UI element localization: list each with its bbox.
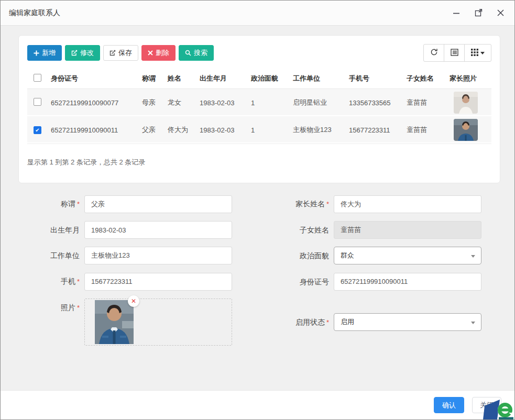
cell-employer: 启明星铝业 bbox=[293, 98, 349, 107]
x-icon bbox=[148, 50, 153, 56]
field-relation: 称谓* bbox=[1, 195, 250, 213]
contact-form: 称谓* 家长姓名* 出生年月 子女姓名 工作单位 政治面貌 群众 bbox=[1, 195, 514, 346]
column-header: 子女姓名 bbox=[407, 74, 450, 83]
table-row[interactable]: 652721199910090077 母亲 龙女 1983-02-03 1 启明… bbox=[27, 89, 491, 116]
field-child-name: 子女姓名 bbox=[250, 221, 514, 239]
table-view-controls bbox=[423, 44, 491, 62]
close-icon[interactable] bbox=[496, 8, 505, 18]
column-header: 称谓 bbox=[142, 74, 168, 83]
search-icon bbox=[185, 50, 191, 56]
minimize-icon[interactable] bbox=[452, 8, 461, 18]
field-label: 政治面貌 bbox=[250, 247, 334, 264]
dialog-body: 新增 修改 保存 删除 搜索 bbox=[1, 26, 514, 390]
save-button[interactable]: 保存 bbox=[103, 45, 138, 61]
columns-grid-icon bbox=[471, 49, 478, 58]
browser-logo-watermark bbox=[483, 397, 514, 419]
column-header: 姓名 bbox=[168, 74, 200, 83]
required-marker: * bbox=[326, 318, 329, 326]
cell-relation: 父亲 bbox=[142, 125, 168, 135]
field-label: 启用状态* bbox=[250, 313, 334, 331]
select-all-checkbox[interactable] bbox=[34, 74, 41, 82]
row-checkbox[interactable] bbox=[34, 98, 41, 106]
list-view-icon bbox=[451, 49, 458, 58]
cell-name: 龙女 bbox=[168, 98, 200, 107]
field-parent-name: 家长姓名* bbox=[250, 195, 514, 213]
man-in-uniform-photo bbox=[95, 300, 134, 344]
dialog-titlebar: 编辑家庭联系人 bbox=[1, 1, 514, 26]
cell-birth-date: 1983-02-03 bbox=[200, 99, 251, 107]
field-label: 子女姓名 bbox=[250, 221, 334, 239]
table-row[interactable]: 652721199910090011 父亲 佟大为 1983-02-03 1 主… bbox=[27, 116, 491, 143]
uploaded-photo: ✕ bbox=[95, 300, 134, 344]
cell-employer: 主板物业123 bbox=[293, 125, 349, 135]
column-header: 手机号 bbox=[349, 74, 407, 83]
remove-photo-icon[interactable]: ✕ bbox=[128, 295, 139, 307]
cell-parent-photo bbox=[450, 116, 491, 143]
cell-child-name: 童苗苗 bbox=[407, 125, 450, 135]
field-id-number: 身份证号 bbox=[250, 272, 514, 291]
pencil-square-icon bbox=[109, 50, 116, 56]
field-photo: 照片* ✕ bbox=[1, 299, 250, 346]
plus-icon bbox=[34, 50, 39, 56]
cell-child-name: 童苗苗 bbox=[407, 98, 450, 107]
window-controls bbox=[452, 8, 505, 18]
field-employer: 工作单位 bbox=[1, 247, 250, 264]
cell-id-number: 652721199910090011 bbox=[51, 126, 142, 134]
field-label: 称谓* bbox=[1, 195, 84, 213]
political-status-select[interactable]: 群众 bbox=[334, 247, 481, 264]
table-header-row: 身份证号 称谓 姓名 出生年月 政治面貌 工作单位 手机号 子女姓名 家长照片 bbox=[27, 68, 491, 89]
contacts-table-card: 新增 修改 保存 删除 搜索 bbox=[18, 35, 500, 183]
column-header: 政治面貌 bbox=[251, 74, 293, 83]
field-birth-date: 出生年月 bbox=[1, 221, 250, 239]
required-marker: * bbox=[77, 200, 80, 208]
cell-political-status: 1 bbox=[251, 126, 293, 134]
columns-button[interactable] bbox=[464, 44, 491, 62]
refresh-icon bbox=[430, 48, 438, 58]
photo-upload-area[interactable]: ✕ bbox=[84, 299, 232, 346]
cell-relation: 母亲 bbox=[142, 98, 168, 107]
field-label: 手机* bbox=[1, 272, 84, 291]
cell-phone: 13356733565 bbox=[349, 99, 407, 107]
table-body: 652721199910090077 母亲 龙女 1983-02-03 1 启明… bbox=[27, 89, 491, 144]
delete-button[interactable]: 删除 bbox=[141, 45, 176, 61]
column-header: 家长照片 bbox=[450, 74, 491, 83]
caret-down-icon bbox=[471, 255, 475, 258]
cell-political-status: 1 bbox=[251, 99, 293, 107]
child-name-input bbox=[334, 221, 481, 239]
status-select[interactable]: 启用 bbox=[334, 313, 481, 331]
phone-input[interactable] bbox=[84, 273, 232, 291]
field-label: 照片* bbox=[1, 299, 84, 317]
relation-input[interactable] bbox=[84, 195, 232, 213]
column-header: 工作单位 bbox=[293, 74, 349, 83]
parent-photo-man bbox=[454, 119, 478, 141]
maximize-icon[interactable] bbox=[474, 8, 483, 18]
required-marker: * bbox=[326, 200, 329, 208]
search-button[interactable]: 搜索 bbox=[179, 45, 214, 61]
column-header: 身份证号 bbox=[51, 74, 142, 83]
birth-date-input[interactable] bbox=[84, 221, 232, 239]
row-checkbox[interactable] bbox=[34, 126, 41, 134]
required-marker: * bbox=[77, 278, 80, 285]
dialog-title: 编辑家庭联系人 bbox=[9, 8, 60, 18]
caret-down-icon bbox=[480, 52, 485, 54]
caret-down-icon bbox=[471, 322, 475, 324]
field-political-status: 政治面貌 群众 bbox=[250, 247, 514, 264]
add-button[interactable]: 新增 bbox=[27, 45, 62, 61]
field-label: 家长姓名* bbox=[250, 195, 334, 213]
parent-name-input[interactable] bbox=[334, 195, 481, 213]
refresh-button[interactable] bbox=[423, 44, 444, 62]
table-toolbar: 新增 修改 保存 删除 搜索 bbox=[27, 44, 491, 62]
toggle-view-button[interactable] bbox=[444, 44, 465, 62]
confirm-button[interactable]: 确认 bbox=[434, 397, 464, 413]
id-number-input[interactable] bbox=[334, 273, 481, 291]
pencil-square-icon bbox=[71, 50, 78, 56]
employer-input[interactable] bbox=[84, 247, 232, 264]
column-header: 出生年月 bbox=[200, 74, 251, 83]
cell-birth-date: 1983-02-03 bbox=[200, 126, 251, 134]
field-label: 工作单位 bbox=[1, 247, 84, 264]
field-label: 身份证号 bbox=[250, 273, 334, 291]
toolbar-buttons: 新增 修改 保存 删除 搜索 bbox=[27, 45, 214, 61]
required-marker: * bbox=[77, 304, 80, 312]
modify-button[interactable]: 修改 bbox=[65, 45, 100, 61]
cell-parent-photo bbox=[450, 89, 491, 116]
